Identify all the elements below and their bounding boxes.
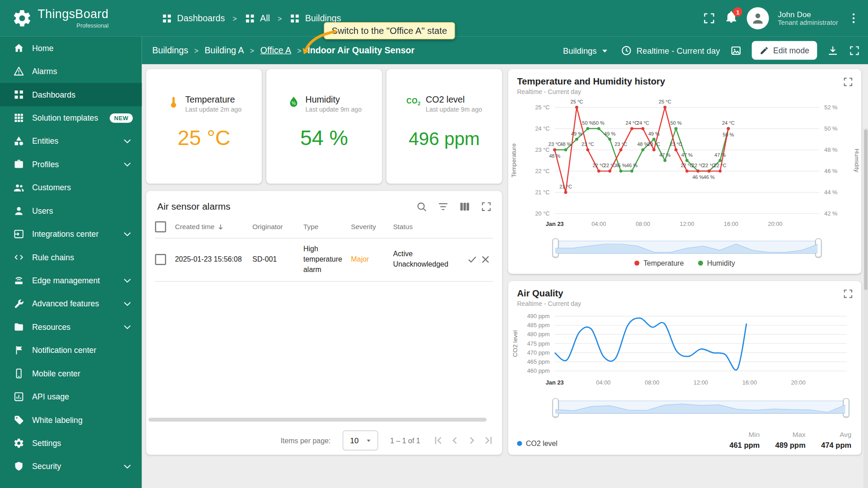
sidebar-item-profiles[interactable]: Profiles (0, 153, 142, 176)
temp-humidity-chart-card: Temperature and Humidity history Realtim… (508, 69, 861, 274)
chart2-legend[interactable]: CO2 level (517, 439, 557, 447)
sort-descending-icon (216, 223, 224, 231)
sidebar-item-alarms[interactable]: Alarms (0, 60, 142, 83)
sidebar-item-users[interactable]: Users (0, 199, 142, 222)
svg-text:20 °C: 20 °C (535, 210, 550, 217)
column-header-originator[interactable]: Originator (252, 216, 303, 239)
more-menu-icon[interactable] (847, 12, 860, 25)
column-header-created-time[interactable]: Created time (175, 216, 252, 239)
sidebar-item-customers[interactable]: Customers (0, 176, 142, 199)
last-page-button[interactable] (482, 434, 495, 446)
alarms-table: Created timeOriginatorTypeSeverityStatus… (146, 216, 502, 282)
items-per-page-select[interactable]: 10 (343, 431, 378, 450)
avatar[interactable] (747, 7, 769, 29)
clear-alarm-icon[interactable] (480, 254, 491, 265)
chart1-time-brush[interactable] (555, 241, 819, 254)
svg-text:12:00: 12:00 (680, 221, 694, 227)
breadcrumb-buildings[interactable]: Buildings (152, 45, 189, 55)
temp-humidity-chart: 25 °C24 °C23 °C22 °C21 °C20 °C52 %50 %48… (508, 95, 861, 237)
table-horizontal-scrollbar[interactable] (148, 418, 486, 422)
chart1-fullscreen-icon[interactable] (843, 76, 854, 87)
edge-icon (13, 275, 24, 286)
column-header-status[interactable]: Status (393, 216, 467, 239)
page-scrollbar[interactable] (863, 128, 868, 488)
co2-value: 496 ppm (409, 128, 480, 150)
legend-dot (635, 261, 640, 266)
dashboard-group-icon (245, 13, 255, 23)
type-cell: High temperature alarm (303, 239, 351, 282)
svg-text:42 %: 42 % (824, 210, 837, 217)
app-title: ThingsBoard (38, 8, 108, 20)
items-per-page-label: Items per page: (281, 436, 331, 445)
header-breadcrumb-all[interactable]: All (245, 13, 270, 23)
sidebar-item-mobile-center[interactable]: Mobile center (0, 362, 142, 385)
sidebar-item-resources[interactable]: Resources (0, 315, 142, 338)
co2-subtitle: Last update 9m ago (426, 106, 482, 113)
acknowledge-icon[interactable] (467, 254, 477, 265)
timewindow-button[interactable]: Realtime - Current day (620, 45, 720, 56)
sidebar-item-advanced-features[interactable]: Advanced features (0, 292, 142, 315)
sidebar-item-home[interactable]: Home (0, 37, 142, 60)
sidebar-item-api-usage[interactable]: API usage (0, 385, 142, 408)
legend-item-humidity[interactable]: Humidity (698, 259, 735, 267)
app-logo[interactable]: ThingsBoard Professional (0, 8, 133, 28)
search-icon[interactable] (416, 201, 428, 212)
sidebar-item-edge-management[interactable]: Edge management (0, 269, 142, 292)
image-icon[interactable] (730, 45, 742, 56)
first-page-button[interactable] (432, 434, 444, 446)
sidebar-item-entities[interactable]: Entities (0, 130, 142, 153)
sidebar-item-dashboards[interactable]: Dashboards (0, 83, 142, 106)
breadcrumb-office-a[interactable]: Office A (260, 45, 291, 55)
dashboard-breadcrumb: Buildings>Building A>Office A>Indoor Air… (142, 45, 414, 55)
select-all-checkbox[interactable] (155, 221, 166, 232)
svg-text:25 °C: 25 °C (571, 99, 583, 104)
svg-text:23 °C: 23 °C (614, 141, 627, 147)
next-page-button[interactable] (466, 434, 478, 446)
column-header-severity[interactable]: Severity (351, 216, 393, 239)
svg-text:46 %: 46 % (824, 168, 837, 174)
apps-icon (13, 113, 24, 123)
sidebar-item-solution-templates[interactable]: Solution templatesNEW (0, 106, 142, 129)
edit-mode-button[interactable]: Edit mode (751, 41, 817, 60)
app-subtitle: Professional (38, 22, 108, 28)
dashboard-fullscreen-icon[interactable] (849, 45, 860, 56)
svg-text:23 °C: 23 °C (648, 141, 660, 147)
scrollbar-thumb[interactable] (864, 130, 867, 290)
sidebar-item-notification-center[interactable]: Notification center (0, 338, 142, 361)
header-breadcrumb-dashboards[interactable]: Dashboards (162, 13, 225, 23)
air-quality-chart-card: Air Quality Realtime - Current day 490 p… (508, 281, 861, 455)
co2-title: CO2 level (426, 94, 482, 104)
severity-cell: Major (351, 239, 393, 282)
breadcrumb-building-a[interactable]: Building A (204, 45, 244, 55)
temperature-title: Temperature (185, 94, 241, 104)
sidebar-item-rule-chains[interactable]: Rule chains (0, 246, 142, 269)
download-icon[interactable] (827, 45, 839, 56)
sidebar-item-security[interactable]: Security (0, 455, 142, 478)
fullscreen-icon[interactable] (703, 12, 716, 25)
chart2-fullscreen-icon[interactable] (843, 288, 854, 299)
entity-select[interactable]: Buildings (563, 45, 610, 56)
screen: ThingsBoard Professional Dashboards>All>… (0, 0, 868, 488)
columns-icon[interactable] (459, 201, 471, 212)
svg-text:50 %: 50 % (723, 132, 734, 137)
row-checkbox[interactable] (155, 254, 166, 265)
header-actions: 1 John Doe Tenant administrator (703, 7, 868, 29)
header-breadcrumb: Dashboards>All>Buildings (162, 13, 341, 23)
filter-icon[interactable] (437, 201, 449, 212)
previous-page-button[interactable] (449, 434, 461, 446)
chart2-time-brush[interactable] (555, 401, 847, 414)
svg-text:12:00: 12:00 (693, 379, 708, 386)
svg-text:24 °C: 24 °C (637, 120, 649, 126)
min-label: Min (729, 431, 760, 439)
sidebar-item-settings[interactable]: Settings (0, 432, 142, 455)
sidebar-item-integrations-center[interactable]: Integrations center (0, 222, 142, 245)
notifications-button[interactable]: 1 (725, 10, 738, 26)
temperature-subtitle: Last update 2m ago (185, 106, 241, 113)
legend-item-temperature[interactable]: Temperature (635, 259, 684, 267)
alarms-fullscreen-icon[interactable] (481, 201, 492, 212)
new-badge: NEW (110, 113, 133, 122)
sidebar-item-white-labeling[interactable]: White labeling (0, 408, 142, 432)
column-header-type[interactable]: Type (303, 216, 351, 239)
svg-text:50 %: 50 % (670, 120, 682, 126)
code-icon (13, 252, 24, 263)
